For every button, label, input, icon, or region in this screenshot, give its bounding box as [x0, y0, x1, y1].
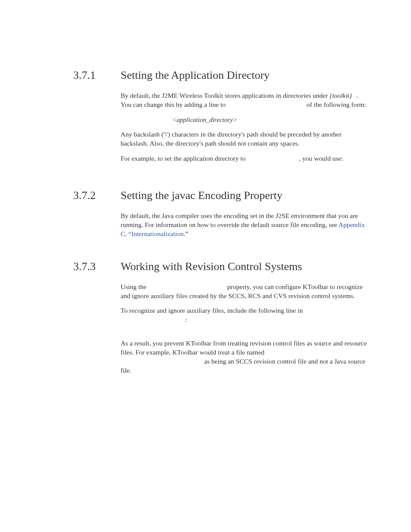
paragraph: For example, to set the application dire…: [121, 154, 368, 163]
text: of the following form:: [305, 101, 366, 108]
section-body: By default, the J2ME Wireless Toolkit st…: [121, 91, 368, 163]
document-page: 3.7.1 Setting the Application Directory …: [0, 0, 411, 532]
section-body: By default, the Java compiler uses the e…: [121, 212, 368, 239]
section-number: 3.7.2: [73, 189, 121, 202]
text: By default, the Java compiler uses the e…: [121, 212, 358, 228]
text: As a result, you prevent KToolbar from t…: [121, 339, 367, 356]
text: , you would use:: [299, 155, 343, 162]
paragraph: Using the property, you can configure KT…: [121, 283, 368, 301]
text: Using the: [121, 283, 148, 290]
text: as being an SCCS revision control file a…: [121, 358, 365, 374]
paragraph: Any backslash ('\') characters in the di…: [121, 130, 368, 148]
heading-row: 3.7.3 Working with Revision Control Syst…: [73, 260, 368, 273]
toolkit-placeholder: {toolkit}: [330, 92, 352, 99]
section-number: 3.7.3: [73, 260, 121, 273]
code-template: <application_directory>: [172, 115, 368, 124]
section-number: 3.7.1: [73, 69, 121, 82]
text: For example, to set the application dire…: [121, 155, 247, 162]
text: To recognize and ignore auxiliary files,…: [121, 307, 303, 314]
text: :: [185, 316, 187, 323]
section-title: Setting the javac Encoding Property: [121, 189, 282, 202]
section-371: 3.7.1 Setting the Application Directory …: [73, 69, 368, 163]
paragraph: By default, the Java compiler uses the e…: [121, 212, 368, 239]
text: By default, the J2ME Wireless Toolkit st…: [121, 92, 330, 99]
section-title: Working with Revision Control Systems: [121, 260, 302, 273]
heading-row: 3.7.1 Setting the Application Directory: [73, 69, 368, 82]
paragraph: As a result, you prevent KToolbar from t…: [121, 339, 368, 375]
paragraph: By default, the J2ME Wireless Toolkit st…: [121, 91, 368, 109]
heading-row: 3.7.2 Setting the javac Encoding Propert…: [73, 189, 368, 202]
section-body: Using the property, you can configure KT…: [121, 283, 368, 375]
section-373: 3.7.3 Working with Revision Control Syst…: [73, 260, 368, 375]
section-title: Setting the Application Directory: [121, 69, 270, 82]
section-372: 3.7.2 Setting the javac Encoding Propert…: [73, 189, 368, 239]
paragraph: To recognize and ignore auxiliary files,…: [121, 306, 368, 324]
text: .”: [184, 230, 188, 237]
text: property, you can configure KToolbar to …: [121, 283, 363, 299]
